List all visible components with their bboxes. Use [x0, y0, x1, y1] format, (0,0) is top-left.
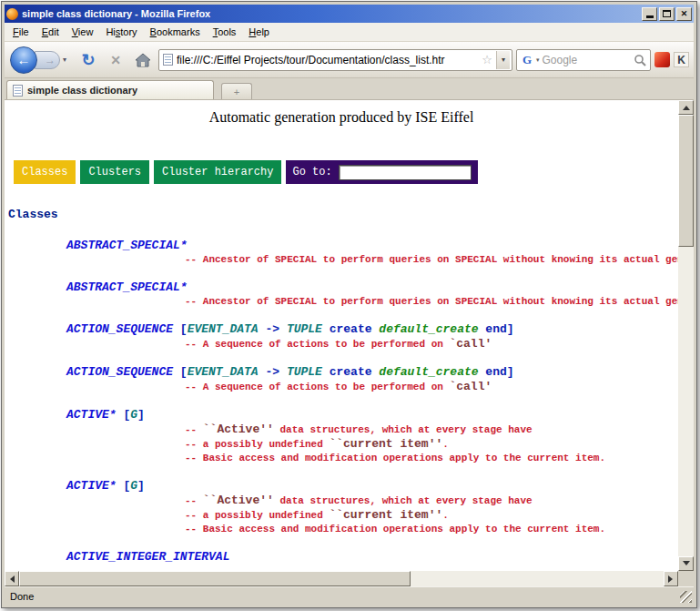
url-bar[interactable]: file:///C:/Eiffel Projects/tour/Document… [158, 49, 512, 71]
menu-tools[interactable]: Tools [207, 24, 243, 40]
class-entry: ACTIVE* [G]-- ``Active'' data structures… [66, 478, 678, 536]
class-comment: -- a possibly undefined ``current item''… [185, 437, 678, 452]
google-icon: G [521, 54, 533, 66]
class-entry: ACTION_SEQUENCE [EVENT_DATA -> TUPLE cre… [66, 321, 678, 351]
class-entry: ABSTRACT_SPECIAL*-- Ancestor of SPECIAL … [66, 238, 678, 267]
resize-grip[interactable] [680, 591, 692, 603]
menu-history[interactable]: History [99, 24, 143, 40]
section-title: Classes [8, 208, 678, 221]
class-link[interactable]: ACTIVE* [G] [66, 478, 678, 494]
title-bar[interactable]: simple class dictionary - Mozilla Firefo… [5, 5, 694, 23]
maximize-icon [663, 10, 671, 17]
tab-page-icon [13, 85, 23, 97]
scroll-up-button[interactable] [678, 100, 694, 115]
button-classes[interactable]: Classes [14, 160, 76, 184]
status-bar: Done [5, 586, 694, 605]
class-comment: -- A sequence of actions to be performed… [185, 380, 678, 394]
button-clusters[interactable]: Clusters [80, 160, 149, 184]
close-button[interactable]: ✕ [676, 7, 692, 21]
menu-bookmarks[interactable]: Bookmarks [144, 24, 207, 40]
bookmark-star-icon[interactable]: ☆ [482, 53, 492, 66]
search-bar[interactable]: G ▾ Google [516, 49, 651, 71]
search-engine-dropdown[interactable]: ▾ [536, 56, 540, 64]
up-arrow-icon [683, 102, 690, 110]
forward-icon: → [45, 54, 56, 66]
addon-icon-k[interactable]: K [674, 52, 689, 67]
reload-button[interactable]: ↻ [76, 48, 100, 72]
tab-bar: simple class dictionary + [5, 78, 694, 100]
class-link[interactable]: ABSTRACT_SPECIAL* [66, 280, 678, 295]
search-icon[interactable] [634, 54, 646, 66]
scroll-right-button[interactable] [664, 571, 678, 586]
window-title: simple class dictionary - Mozilla Firefo… [22, 8, 638, 19]
class-entry: ABSTRACT_SPECIAL*-- Ancestor of SPECIAL … [66, 280, 678, 309]
search-input[interactable]: Google [543, 54, 631, 66]
maximize-button[interactable] [659, 7, 675, 21]
class-link[interactable]: ACTIVE* [G] [66, 407, 678, 423]
menu-view[interactable]: View [66, 24, 100, 40]
menu-edit[interactable]: Edit [36, 24, 66, 40]
class-link[interactable]: ACTION_SEQUENCE [EVENT_DATA -> TUPLE cre… [66, 321, 678, 337]
horizontal-scroll-thumb[interactable] [19, 571, 411, 586]
class-comment: -- A sequence of actions to be performed… [185, 337, 678, 351]
class-list: ABSTRACT_SPECIAL*-- Ancestor of SPECIAL … [66, 238, 678, 565]
goto-input[interactable] [339, 165, 472, 180]
page-heading: Automatic generation produced by ISE Eif… [5, 109, 678, 126]
back-forward-group: → ← ▾ [9, 45, 73, 76]
browser-window: simple class dictionary - Mozilla Firefo… [1, 1, 697, 608]
goto-box: Go to: [286, 160, 477, 184]
minimize-button[interactable] [642, 7, 657, 21]
right-arrow-icon [668, 575, 676, 583]
down-arrow-icon [683, 561, 690, 569]
class-comment: -- a possibly undefined ``current item''… [185, 508, 678, 523]
class-entry: ACTION_SEQUENCE [EVENT_DATA -> TUPLE cre… [66, 364, 678, 394]
scroll-down-button[interactable] [678, 556, 694, 571]
class-link[interactable]: ACTIVE_INTEGER_INTERVAL [66, 549, 678, 565]
tab-label: simple class dictionary [27, 85, 137, 96]
minimize-icon [646, 15, 654, 18]
class-link[interactable]: ACTION_SEQUENCE [EVENT_DATA -> TUPLE cre… [66, 364, 678, 380]
back-icon: ← [17, 52, 31, 67]
goto-label: Go to: [292, 166, 331, 178]
class-comment: -- Basic access and modification operati… [185, 523, 678, 536]
class-comment: -- Ancestor of SPECIAL to perform querie… [185, 295, 678, 309]
addon-icon-red[interactable] [654, 52, 670, 67]
menu-help[interactable]: Help [242, 24, 276, 40]
tab-active[interactable]: simple class dictionary [6, 80, 214, 99]
home-button[interactable] [131, 48, 155, 72]
left-arrow-icon [6, 575, 15, 583]
nav-button-row: ClassesClustersCluster hierarchy Go to: [14, 160, 678, 184]
horizontal-scrollbar[interactable] [5, 571, 678, 586]
history-dropdown-icon[interactable]: ▾ [63, 56, 66, 64]
vertical-scrollbar[interactable] [678, 100, 694, 571]
status-text: Done [10, 591, 34, 602]
class-comment: -- ``Active'' data structures, which at … [185, 494, 678, 508]
vertical-scroll-thumb[interactable] [678, 115, 694, 247]
new-tab-button[interactable]: + [221, 83, 252, 99]
scroll-left-button[interactable] [5, 571, 19, 586]
back-button[interactable]: ← [10, 46, 37, 74]
menu-file[interactable]: File [6, 24, 36, 40]
nav-toolbar: → ← ▾ ↻ ✕ file:///C:/Eiffel Projects/tou… [5, 42, 694, 78]
url-dropdown-button[interactable]: ▾ [496, 51, 510, 69]
window-controls: ✕ [642, 7, 692, 21]
class-comment: -- Ancestor of SPECIAL to perform querie… [185, 253, 678, 267]
firefox-icon [6, 8, 18, 20]
class-comment: -- ``Active'' data structures, which at … [185, 423, 678, 437]
button-cluster-hierarchy[interactable]: Cluster hierarchy [154, 160, 281, 184]
url-input[interactable]: file:///C:/Eiffel Projects/tour/Document… [177, 54, 478, 66]
class-comment: -- Basic access and modification operati… [185, 452, 678, 465]
forward-button[interactable]: → [35, 51, 60, 69]
content-wrapper: Automatic generation produced by ISE Eif… [5, 100, 694, 586]
page-content: Automatic generation produced by ISE Eif… [5, 100, 678, 571]
class-link[interactable]: ABSTRACT_SPECIAL* [66, 238, 678, 253]
class-entry: ACTIVE* [G]-- ``Active'' data structures… [66, 407, 678, 465]
home-icon [135, 53, 151, 67]
class-entry: ACTIVE_INTEGER_INTERVAL [66, 549, 678, 565]
menu-bar: FileEditViewHistoryBookmarksToolsHelp [5, 23, 694, 42]
site-icon [163, 54, 173, 66]
stop-button[interactable]: ✕ [104, 48, 127, 72]
scrollbar-corner [678, 571, 694, 586]
